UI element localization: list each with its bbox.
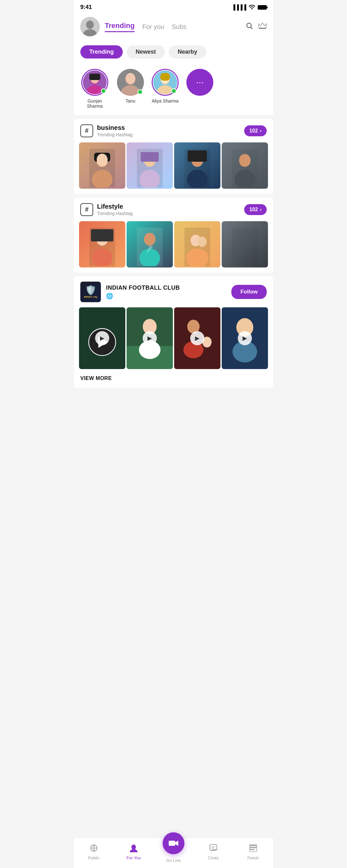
online-indicator <box>137 89 143 94</box>
signal-icon: ▐▐▐▐ <box>232 4 246 10</box>
chevron-right-icon: › <box>260 128 261 134</box>
count-number: 102 <box>249 207 258 213</box>
hashtag-card-lifestyle: # Lifestyle Trending Hashtag 102 › <box>74 198 273 273</box>
image-placeholder <box>174 221 220 268</box>
story-item[interactable]: Gunjan Sharma <box>80 69 109 108</box>
hashtag-subtitle: Trending Hashtag <box>97 132 240 137</box>
crown-icon[interactable] <box>258 22 267 31</box>
card-header: # business Trending Hashtag 102 › <box>74 119 273 143</box>
count-badge[interactable]: 102 › <box>244 204 267 215</box>
video-cell[interactable]: ▶ <box>222 307 268 369</box>
nav-subs[interactable]: Subs <box>172 23 187 31</box>
club-header: 🛡️ WINDY city INDIAN FOOTBALL CLUB 🌐 Fol… <box>74 277 273 307</box>
video-grid: ▶ ▶ <box>74 307 273 369</box>
chevron-right-icon: › <box>260 207 261 213</box>
story-avatar-ring <box>152 69 179 96</box>
filter-nearby[interactable]: Nearby <box>169 45 206 59</box>
svg-line-4 <box>251 27 253 29</box>
image-placeholder <box>127 143 173 189</box>
hashtag-card-business: # business Trending Hashtag 102 › <box>74 119 273 194</box>
card-title-group: business Trending Hashtag <box>97 124 240 137</box>
svg-point-34 <box>239 154 251 167</box>
image-grid <box>74 221 273 273</box>
video-cell[interactable]: ▶ <box>174 307 220 369</box>
content-section: # business Trending Hashtag 102 › <box>74 119 273 388</box>
play-icon: ▶ <box>238 331 252 345</box>
filter-newest[interactable]: Newest <box>127 45 165 59</box>
svg-point-14 <box>126 73 135 84</box>
search-icon[interactable] <box>246 22 253 31</box>
svg-rect-47 <box>232 227 258 266</box>
club-logo-text: WINDY city <box>84 296 98 298</box>
grid-image[interactable] <box>79 143 125 189</box>
online-indicator <box>101 88 106 94</box>
hashtag-icon: # <box>80 203 93 216</box>
svg-point-41 <box>144 233 156 246</box>
globe-icon: 🌐 <box>106 292 226 300</box>
filter-tabs: Trending Newest Nearby <box>74 41 273 64</box>
story-avatar-ring <box>81 69 108 96</box>
svg-rect-28 <box>141 152 159 162</box>
image-placeholder <box>127 221 173 268</box>
story-name: Aliya Sharma <box>152 98 178 103</box>
card-title-group: Lifestyle Trending Hashtag <box>97 203 240 216</box>
more-button[interactable]: ··· <box>186 69 213 96</box>
club-card: 🛡️ WINDY city INDIAN FOOTBALL CLUB 🌐 Fol… <box>74 277 273 388</box>
club-name: INDIAN FOOTBALL CLUB <box>106 284 226 291</box>
follow-button[interactable]: Follow <box>231 285 267 299</box>
count-badge[interactable]: 102 › <box>244 125 267 136</box>
story-item[interactable]: Tanu <box>117 69 144 108</box>
grid-image[interactable] <box>174 221 220 268</box>
svg-rect-39 <box>91 229 114 242</box>
play-icon: ▶ <box>143 331 157 345</box>
svg-point-24 <box>97 154 107 166</box>
image-placeholder <box>174 143 220 189</box>
video-cell[interactable]: ▶ <box>127 307 173 369</box>
count-number: 102 <box>249 128 258 134</box>
hashtag-name: business <box>97 124 240 131</box>
nav-trending[interactable]: Trending <box>105 22 135 32</box>
grid-image[interactable] <box>222 143 268 189</box>
shield-icon: 🛡️ <box>85 286 96 295</box>
header-nav: Trending For you Subs <box>105 22 240 32</box>
story-more[interactable]: ··· <box>186 69 213 108</box>
svg-rect-19 <box>160 73 170 81</box>
svg-rect-5 <box>259 28 266 29</box>
grid-image[interactable] <box>127 143 173 189</box>
image-grid <box>74 143 273 194</box>
user-avatar[interactable] <box>80 17 100 36</box>
header: Trending For you Subs <box>74 13 273 41</box>
online-indicator <box>171 88 177 94</box>
header-icons <box>246 22 267 31</box>
hashtag-icon: # <box>80 124 93 137</box>
svg-rect-32 <box>188 151 207 162</box>
grid-image[interactable] <box>127 221 173 268</box>
grid-image[interactable] <box>222 221 268 268</box>
play-icon: ▶ <box>95 331 109 345</box>
grid-image[interactable] <box>174 143 220 189</box>
card-header: # Lifestyle Trending Hashtag 102 › <box>74 198 273 221</box>
hashtag-subtitle: Trending Hashtag <box>97 211 240 216</box>
play-icon: ▶ <box>190 331 204 345</box>
status-time: 9:41 <box>80 4 92 10</box>
story-name: Gunjan Sharma <box>80 98 109 108</box>
video-cell[interactable]: ▶ <box>79 307 125 369</box>
filter-trending[interactable]: Trending <box>80 45 123 59</box>
view-more-button[interactable]: VIEW MORE <box>74 369 273 388</box>
wifi-icon <box>249 4 255 10</box>
svg-point-1 <box>86 21 94 29</box>
image-placeholder <box>222 221 268 268</box>
nav-foryou[interactable]: For you <box>142 23 164 31</box>
story-item[interactable]: Aliya Sharma <box>152 69 179 108</box>
club-logo: 🛡️ WINDY city <box>80 282 101 302</box>
grid-image[interactable] <box>79 221 125 268</box>
stories-section: Gunjan Sharma Tanu <box>74 64 273 115</box>
svg-point-45 <box>198 237 207 247</box>
story-name: Tanu <box>126 98 135 103</box>
svg-point-3 <box>247 23 251 28</box>
club-info: INDIAN FOOTBALL CLUB 🌐 <box>106 284 226 300</box>
image-placeholder <box>222 143 268 189</box>
hashtag-name: Lifestyle <box>97 203 240 210</box>
status-bar: 9:41 ▐▐▐▐ <box>74 0 273 13</box>
image-placeholder <box>79 143 125 189</box>
